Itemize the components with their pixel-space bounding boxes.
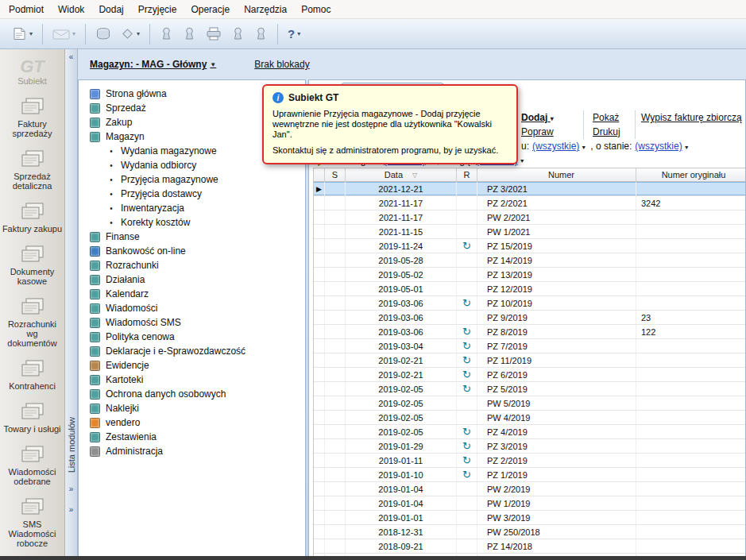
tree-item-polityka-cenowa[interactable]: Polityka cenowa <box>79 330 305 344</box>
tree-item-bankowość-on-line[interactable]: Bankowość on-line <box>79 244 305 258</box>
menu-narzędzia[interactable]: Narzędzia <box>237 1 294 18</box>
tree-item-administracja[interactable]: Administracja <box>79 444 305 458</box>
column-header-s[interactable]: S <box>325 168 346 181</box>
menu-przyjęcie[interactable]: Przyjęcie <box>131 1 184 18</box>
table-row[interactable]: 2019-02-05PW 4/2019 <box>314 411 746 425</box>
module-kontrahenci[interactable]: Kontrahenci <box>1 353 64 396</box>
table-row[interactable]: 2021-11-15PW 1/2021 <box>314 225 746 239</box>
table-row[interactable]: 2019-03-06PZ 9/201923 <box>314 311 746 325</box>
module-sprzedaz-detaliczna[interactable]: Sprzedaż detaliczna <box>1 144 64 196</box>
drukuj-button[interactable]: Drukuj <box>593 126 620 137</box>
import-button[interactable] <box>249 22 273 46</box>
module-faktury-zakupu[interactable]: Faktury zakupu <box>1 196 64 239</box>
tree-item-wiadomości[interactable]: Wiadomości <box>79 301 305 315</box>
table-row[interactable]: 2019-05-28PZ 14/2019 <box>314 253 746 268</box>
tag-button[interactable] <box>178 22 201 46</box>
tree-item-inwentaryzacja[interactable]: •Inwentaryzacja <box>79 201 305 215</box>
tree-item-przyjęcia-dostawcy[interactable]: •Przyjęcia dostawcy <box>79 187 305 201</box>
table-row[interactable]: 2019-11-24↻PZ 15/2019 <box>314 239 746 253</box>
module-subiekt[interactable]: GTSubiekt <box>1 52 64 91</box>
tree-item-finanse[interactable]: Finanse <box>79 230 305 244</box>
tree-item-ewidencje[interactable]: Ewidencje <box>79 358 305 373</box>
dodaj-button[interactable]: Dodaj ▾ <box>521 112 554 123</box>
add-entity-button[interactable]: ▾ <box>116 22 145 46</box>
blokada-link[interactable]: Brak blokady <box>254 59 309 70</box>
tree-item-korekty-kosztów[interactable]: •Korekty kosztów <box>79 215 305 230</box>
chevron-down-icon[interactable]: ▼ <box>684 145 690 150</box>
table-row[interactable]: 2019-03-06↻PZ 10/2019 <box>314 296 746 311</box>
table-row[interactable]: 2019-01-04PW 2/2019 <box>314 482 746 496</box>
send-button[interactable]: ▾ <box>48 22 80 46</box>
table-row[interactable]: 2019-02-21↻PZ 6/2019 <box>314 368 746 382</box>
tree-item-naklejki[interactable]: Naklejki <box>79 401 305 415</box>
filter1-wszystkie-link[interactable]: (wszystkie) <box>532 141 579 152</box>
table-row[interactable]: ▶2021-12-21PZ 3/2021 <box>314 182 746 196</box>
tree-item-vendero[interactable]: vendero <box>79 415 305 430</box>
row-selector-cell <box>314 239 325 253</box>
table-row[interactable]: 2021-11-17PW 2/2021 <box>314 210 746 225</box>
module-sms-wiadomosci-robocze[interactable]: SMS Wiadomości robocze <box>1 492 64 554</box>
table-row[interactable]: 2019-02-05PW 5/2019 <box>314 396 746 411</box>
table-row[interactable]: 2019-01-29↻PZ 3/2019 <box>314 439 746 454</box>
expand-chevron-icon[interactable]: » <box>69 485 74 493</box>
print-button[interactable] <box>201 22 226 46</box>
menu-dodaj[interactable]: Dodaj <box>91 1 130 18</box>
table-row[interactable]: 2019-03-04↻PZ 7/2019 <box>314 339 746 353</box>
tree-item-ochrona-danych-osobowych[interactable]: Ochrona danych osobowych <box>79 387 305 401</box>
table-row[interactable]: 2019-01-11↻PZ 2/2019 <box>314 454 746 468</box>
module-dokumenty-kasowe[interactable]: Dokumenty kasowe <box>1 239 64 292</box>
menu-podmiot[interactable]: Podmiot <box>2 1 51 18</box>
menu-widok[interactable]: Widok <box>51 1 91 18</box>
column-header-numer[interactable]: Numer <box>477 168 636 181</box>
table-row[interactable]: 2019-01-04PW 1/2019 <box>314 496 746 511</box>
table-row[interactable]: 2018-09-21PZ 14/2018 <box>314 539 746 554</box>
module-towary-i-uslugi[interactable]: Towary i usługi <box>1 396 64 439</box>
cell-data: 2019-02-05 <box>346 396 457 410</box>
table-row[interactable]: 2019-02-05↻PZ 4/2019 <box>314 425 746 439</box>
tree-item-wiadomości-sms[interactable]: Wiadomości SMS <box>79 315 305 330</box>
menu-pomoc[interactable]: Pomoc <box>294 1 338 18</box>
chevron-down-icon[interactable]: ▼ <box>581 145 586 150</box>
wypisz-fakture-zbiorcza-button[interactable]: Wypisz fakturę zbiorczą <box>641 112 742 123</box>
r-status-icon: ↻ <box>462 241 471 251</box>
filter1-o-stanie-link[interactable]: (wszystkie) <box>635 141 682 152</box>
export-button[interactable] <box>226 22 249 46</box>
tree-item-działania[interactable]: Działania <box>79 272 305 287</box>
approve-button[interactable] <box>155 22 178 46</box>
tree-item-zestawienia[interactable]: Zestawienia <box>79 430 305 444</box>
table-row[interactable]: 2019-03-06↻PZ 8/2019122 <box>314 325 746 339</box>
cell-numer: PZ 5/2019 <box>477 382 636 396</box>
menu-operacje[interactable]: Operacje <box>184 1 237 18</box>
table-row[interactable]: 2019-02-21↻PZ 11/2019 <box>314 353 746 368</box>
table-row[interactable]: 2019-02-05↻PZ 5/2019 <box>314 382 746 396</box>
column-header-blank <box>314 168 325 181</box>
module-rozrachunki-wg-dokumentow[interactable]: Rozrachunki wg dokumentów <box>1 292 64 353</box>
collapse-chevron-icon[interactable]: « <box>69 53 74 61</box>
tree-item-przyjęcia-magazynowe[interactable]: •Przyjęcia magazynowe <box>79 172 305 187</box>
table-row[interactable]: 2018-12-31PW 250/2018 <box>314 525 746 539</box>
table-row[interactable]: 2019-01-10↻PZ 1/2019 <box>314 468 746 482</box>
column-header-data[interactable]: Data▽ <box>346 168 457 181</box>
chevron-down-icon[interactable]: ▼ <box>520 158 525 164</box>
module-faktury-sprzedazy[interactable]: Faktury sprzedaży <box>1 91 64 144</box>
cell-s <box>325 268 346 281</box>
expand-chevron-icon[interactable]: » <box>69 506 74 514</box>
new-document-button[interactable]: ▾ <box>6 22 37 46</box>
table-row[interactable]: 2021-11-17PZ 2/20213242 <box>314 196 746 210</box>
column-header-numer-oryginału[interactable]: Numer oryginału <box>636 168 746 181</box>
tree-item-deklaracje-i-e-sprawozdawczość[interactable]: Deklaracje i e-Sprawozdawczość <box>79 344 305 358</box>
tree-item-rozrachunki[interactable]: Rozrachunki <box>79 258 305 272</box>
table-row[interactable]: 2019-05-01PZ 12/2019 <box>314 282 746 296</box>
cell-data: 2018-12-31 <box>346 525 457 539</box>
table-row[interactable]: 2019-05-02PZ 13/2019 <box>314 268 746 282</box>
module-wiadomosci-odebrane[interactable]: Wiadomości odebrane <box>1 439 64 492</box>
tree-item-kalendarz[interactable]: Kalendarz <box>79 287 305 301</box>
magazyn-selector[interactable]: Magazyn: - MAG - Główny ▼ <box>90 59 216 70</box>
table-row[interactable]: 2019-01-01PW 3/2019 <box>314 511 746 525</box>
cash-button[interactable] <box>91 22 116 46</box>
help-button[interactable]: ?▾ <box>283 22 305 46</box>
pokaz-button[interactable]: Pokaż <box>593 112 619 123</box>
tree-item-kartoteki[interactable]: Kartoteki <box>79 373 305 387</box>
column-header-r[interactable]: R <box>457 168 477 181</box>
popraw-button[interactable]: Popraw <box>521 126 554 137</box>
